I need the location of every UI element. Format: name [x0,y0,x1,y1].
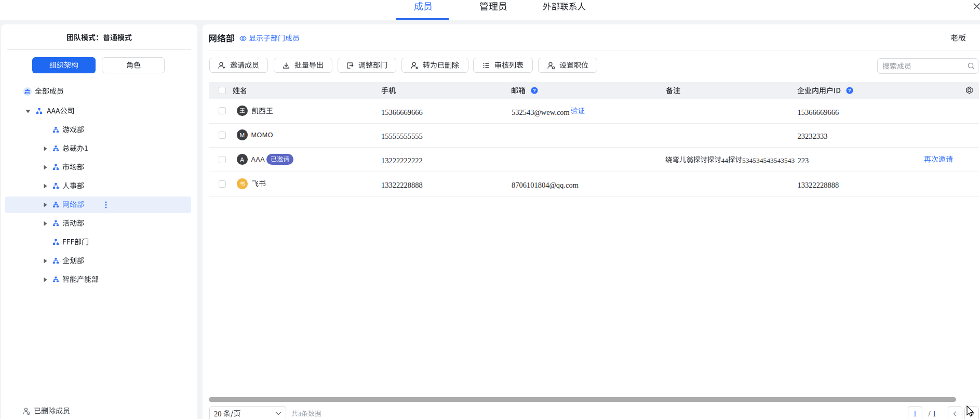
svg-text:?: ? [848,87,851,93]
svg-text:?: ? [533,87,536,93]
